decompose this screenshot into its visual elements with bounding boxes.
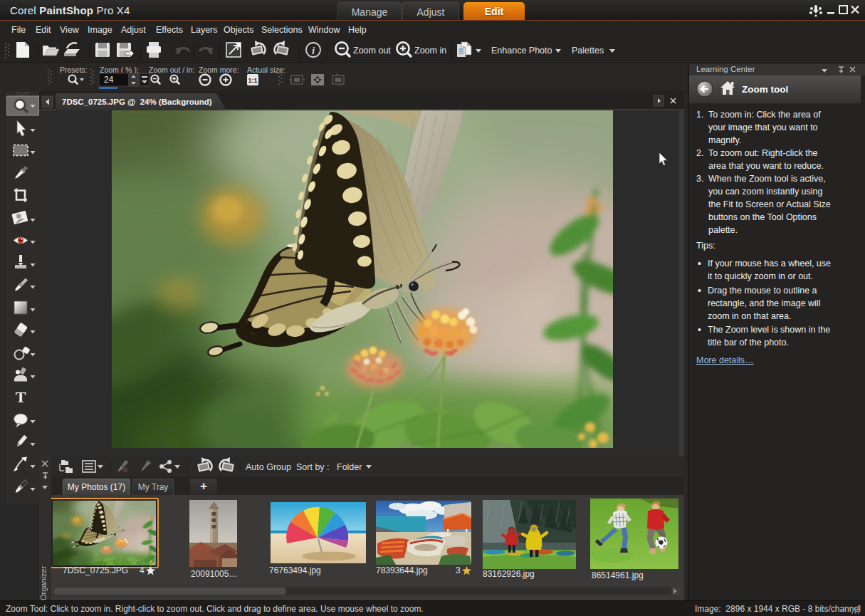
- svg-text:Zoom more:: Zoom more:: [199, 66, 239, 74]
- svg-text:1:1: 1:1: [248, 77, 257, 84]
- svg-text:Zoom tool: Zoom tool: [742, 84, 788, 95]
- svg-text:Zoom in: Zoom in: [414, 46, 446, 56]
- svg-text:Presets:: Presets:: [60, 66, 88, 74]
- svg-text:Enhance Photo: Enhance Photo: [491, 46, 552, 56]
- svg-text:i: i: [312, 45, 315, 56]
- svg-text:Sort by :: Sort by :: [296, 462, 330, 472]
- svg-text:Auto Group: Auto Group: [246, 462, 291, 472]
- svg-text:Zoom out / in:: Zoom out / in:: [149, 66, 194, 74]
- svg-text:Zoom ( % ):: Zoom ( % ):: [100, 66, 139, 74]
- svg-text:Palettes: Palettes: [572, 46, 604, 56]
- svg-text:Folder: Folder: [337, 462, 362, 472]
- svg-text:24: 24: [104, 75, 114, 85]
- svg-text:Zoom out: Zoom out: [353, 46, 391, 56]
- svg-text:T: T: [16, 388, 26, 406]
